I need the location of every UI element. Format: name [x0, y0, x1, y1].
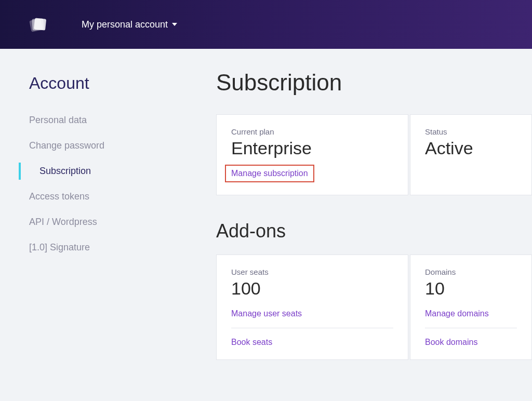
sidebar-item-label: Access tokens [29, 191, 89, 202]
account-dropdown-label: My personal account [82, 19, 168, 30]
manage-user-seats-link[interactable]: Manage user seats [231, 309, 302, 318]
user-seats-value: 100 [231, 278, 393, 299]
sidebar-item-change-password[interactable]: Change password [29, 133, 185, 158]
main-content: Subscription Current plan Enterprise Man… [216, 74, 532, 360]
current-plan-label: Current plan [231, 127, 393, 136]
domains-label: Domains [425, 268, 517, 276]
status-value: Active [425, 138, 517, 158]
current-plan-card: Current plan Enterprise Manage subscript… [216, 114, 408, 195]
card-divider [425, 328, 517, 328]
current-plan-value: Enterprise [231, 138, 393, 158]
domains-value: 10 [425, 278, 517, 299]
status-card: Status Active [410, 114, 532, 195]
sidebar-item-personal-data[interactable]: Personal data [29, 108, 185, 133]
domains-card: Domains 10 Manage domains Book domains [410, 255, 532, 360]
app-logo[interactable] [24, 11, 50, 37]
content-area: Account Personal data Change password Su… [0, 49, 532, 360]
sidebar-item-signature[interactable]: [1.0] Signature [29, 235, 185, 260]
sidebar: Account Personal data Change password Su… [29, 74, 185, 360]
logo-icon [25, 15, 50, 34]
sidebar-item-label: Personal data [29, 115, 87, 125]
page-title: Subscription [216, 70, 532, 96]
sidebar-item-subscription[interactable]: Subscription [29, 158, 185, 184]
sidebar-title: Account [29, 74, 185, 93]
user-seats-card: User seats 100 Manage user seats Book se… [216, 255, 408, 360]
book-seats-link[interactable]: Book seats [231, 338, 272, 347]
addons-title: Add-ons [216, 220, 532, 242]
user-seats-label: User seats [231, 268, 393, 276]
manage-subscription-link[interactable]: Manage subscription [225, 165, 314, 182]
subscription-cards-row: Current plan Enterprise Manage subscript… [216, 114, 532, 195]
sidebar-item-label: API / Wordpress [29, 217, 97, 227]
sidebar-item-label: [1.0] Signature [29, 242, 90, 252]
sidebar-item-access-tokens[interactable]: Access tokens [29, 184, 185, 209]
caret-down-icon [172, 23, 177, 26]
svg-rect-2 [34, 18, 46, 30]
account-dropdown[interactable]: My personal account [82, 19, 177, 30]
card-divider [231, 328, 393, 328]
status-label: Status [425, 127, 517, 136]
sidebar-item-label: Change password [29, 140, 104, 151]
book-domains-link[interactable]: Book domains [425, 338, 477, 347]
manage-domains-link[interactable]: Manage domains [425, 309, 489, 318]
sidebar-item-api-wordpress[interactable]: API / Wordpress [29, 209, 185, 235]
app-header: My personal account [0, 0, 532, 49]
addons-cards-row: User seats 100 Manage user seats Book se… [216, 255, 532, 360]
sidebar-item-label: Subscription [39, 166, 91, 176]
